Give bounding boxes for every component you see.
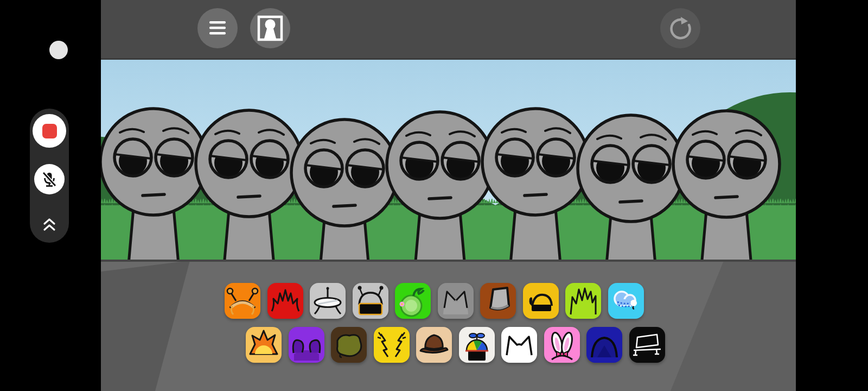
palette-item-green-melon[interactable] (395, 283, 431, 319)
palette-item-propeller-cap[interactable] (459, 327, 495, 363)
palette-item-sunburst[interactable] (246, 327, 282, 363)
green-melon-icon (395, 283, 431, 319)
palette-item-antennae-headband[interactable] (225, 283, 260, 319)
palette-item-fedora-hat[interactable] (416, 327, 452, 363)
sunburst-icon (246, 327, 282, 363)
palette-item-spiky-hair[interactable] (565, 283, 601, 319)
palette-item-saucer-hat[interactable] (310, 283, 346, 319)
bunny-ears-icon (544, 327, 580, 363)
game-screen (101, 0, 796, 391)
floor-shading (101, 260, 796, 391)
lightning-bolts-icon (374, 327, 410, 363)
stage-scene (101, 60, 796, 260)
tilted-fez-icon (480, 283, 516, 319)
antenna-visor-icon (353, 283, 388, 319)
gray-cat-ears-icon (438, 283, 474, 319)
palette-item-gray-cat-ears[interactable] (438, 283, 474, 319)
palette-item-lightning-bolts[interactable] (374, 327, 410, 363)
visor-shades-icon (523, 283, 559, 319)
palette-item-rain-cloud[interactable] (608, 283, 644, 319)
fedora-hat-icon (416, 327, 452, 363)
moss-wig-icon (331, 327, 367, 363)
stop-square-icon (42, 124, 57, 138)
portrait-icon (257, 15, 284, 42)
palette-item-white-bench[interactable] (629, 327, 665, 363)
recorder-handle-dot[interactable] (49, 41, 68, 59)
top-bar (101, 0, 796, 60)
palette-row-1 (225, 283, 644, 319)
black-cat-ears-icon (501, 327, 537, 363)
dark-hood-icon (586, 327, 622, 363)
spiky-crown-icon (267, 283, 303, 319)
palette-item-dark-hood[interactable] (586, 327, 622, 363)
recorder-pill (30, 109, 69, 243)
reset-arrow-icon (668, 16, 693, 41)
app-window (0, 0, 868, 391)
mic-muted-button[interactable] (34, 164, 65, 194)
palette-item-moss-wig[interactable] (331, 327, 367, 363)
character-select-button[interactable] (250, 8, 290, 48)
right-letterbox-bar (796, 0, 868, 391)
palette-item-tilted-fez[interactable] (480, 283, 516, 319)
palette-item-antenna-visor[interactable] (353, 283, 388, 319)
palette-item-bunny-ears[interactable] (544, 327, 580, 363)
white-bench-icon (629, 327, 665, 363)
saucer-hat-icon (310, 283, 346, 319)
antennae-headband-icon (225, 283, 260, 319)
floor-panel (101, 260, 796, 391)
mic-muted-icon (40, 170, 59, 188)
hamburger-icon (207, 19, 228, 37)
rain-cloud-icon (608, 283, 644, 319)
reset-button[interactable] (660, 8, 700, 48)
stop-recording-button[interactable] (33, 114, 66, 148)
collapse-button[interactable] (36, 212, 62, 238)
palette-item-visor-shades[interactable] (523, 283, 559, 319)
palette-item-spiky-crown[interactable] (267, 283, 303, 319)
menu-button[interactable] (197, 8, 238, 48)
spiky-hair-icon (565, 283, 601, 319)
palette-item-devil-horns[interactable] (289, 327, 324, 363)
palette-item-black-cat-ears[interactable] (501, 327, 537, 363)
palette-row-2 (246, 327, 665, 363)
chevron-up-double-icon (40, 216, 59, 234)
propeller-cap-icon (459, 327, 495, 363)
devil-horns-icon (289, 327, 324, 363)
